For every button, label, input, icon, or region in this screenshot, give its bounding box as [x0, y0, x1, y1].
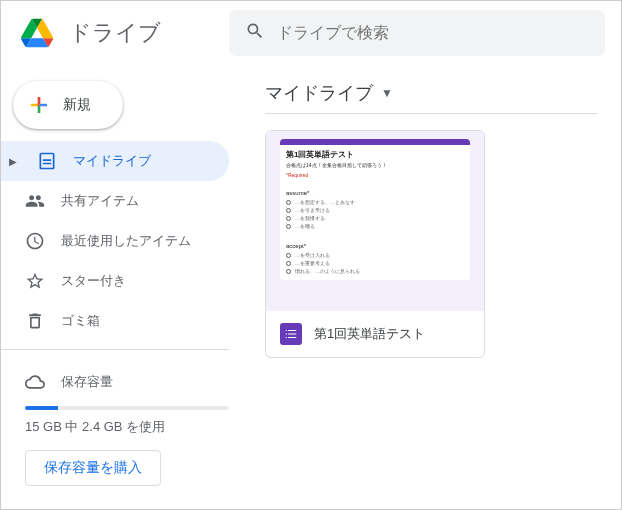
- star-icon: [25, 271, 45, 291]
- sidebar-item-label: 共有アイテム: [61, 192, 139, 210]
- sidebar-item-label: マイドライブ: [73, 152, 151, 170]
- forms-icon: [280, 323, 302, 345]
- form-q1-title: assume*: [286, 190, 464, 196]
- buy-storage-button[interactable]: 保存容量を購入: [25, 450, 161, 486]
- storage-progress-bar: [25, 406, 229, 410]
- clock-icon: [25, 231, 45, 251]
- sidebar-item-trash[interactable]: ゴミ箱: [1, 301, 229, 341]
- file-card[interactable]: 第1回英単語テスト 合格点は14点！全集合格目指して頑張ろう！ *Require…: [265, 130, 485, 358]
- sidebar-item-starred[interactable]: スター付き: [1, 261, 229, 301]
- sidebar-item-recent[interactable]: 最近使用したアイテム: [1, 221, 229, 261]
- drive-logo-icon: [17, 13, 57, 53]
- file-thumbnail: 第1回英単語テスト 合格点は14点！全集合格目指して頑張ろう！ *Require…: [266, 131, 484, 311]
- search-input[interactable]: [277, 24, 589, 42]
- file-footer: 第1回英単語テスト: [266, 311, 484, 357]
- sidebar-divider: [1, 349, 229, 350]
- expand-triangle-icon: ▶: [9, 156, 17, 167]
- file-name: 第1回英単語テスト: [314, 325, 425, 343]
- app-title: ドライブ: [69, 18, 161, 48]
- storage-label: 保存容量: [61, 373, 113, 391]
- folder-title: マイドライブ: [265, 81, 373, 105]
- form-preview-required: *Required: [286, 172, 464, 178]
- trash-icon: [25, 311, 45, 331]
- storage-usage-text: 15 GB 中 2.4 GB を使用: [25, 418, 229, 436]
- storage-section: 保存容量 15 GB 中 2.4 GB を使用 保存容量を購入: [1, 358, 241, 498]
- form-q2-title: accept*: [286, 243, 464, 249]
- app-header: ドライブ: [1, 1, 621, 65]
- new-button[interactable]: 新規: [13, 81, 123, 129]
- sidebar: 新規 ▶ マイドライブ 共有アイテム 最近使用したアイテム スター付: [1, 65, 241, 509]
- content-area: マイドライブ ▼ 第1回英単語テスト 合格点は14点！全集合格目指して頑張ろう！…: [241, 65, 621, 509]
- sidebar-item-storage[interactable]: 保存容量: [13, 362, 229, 402]
- form-preview-title: 第1回英単語テスト: [286, 149, 464, 160]
- form-preview-subtitle: 合格点は14点！全集合格目指して頑張ろう！: [286, 162, 464, 168]
- storage-progress-fill: [25, 406, 58, 410]
- plus-icon: [27, 93, 51, 117]
- sidebar-item-shared[interactable]: 共有アイテム: [1, 181, 229, 221]
- sidebar-item-mydrive[interactable]: ▶ マイドライブ: [1, 141, 229, 181]
- main-layout: 新規 ▶ マイドライブ 共有アイテム 最近使用したアイテム スター付: [1, 65, 621, 509]
- content-header[interactable]: マイドライブ ▼: [265, 73, 597, 114]
- drive-icon: [37, 151, 57, 171]
- sidebar-item-label: 最近使用したアイテム: [61, 232, 191, 250]
- sidebar-item-label: ゴミ箱: [61, 312, 100, 330]
- search-icon: [245, 21, 265, 45]
- people-icon: [25, 191, 45, 211]
- file-grid: 第1回英単語テスト 合格点は14点！全集合格目指して頑張ろう！ *Require…: [265, 130, 597, 358]
- sidebar-item-label: スター付き: [61, 272, 126, 290]
- cloud-icon: [25, 372, 45, 392]
- chevron-down-icon: ▼: [381, 86, 393, 100]
- new-button-label: 新規: [63, 96, 91, 114]
- search-bar[interactable]: [229, 10, 605, 56]
- form-preview: 第1回英単語テスト 合格点は14点！全集合格目指して頑張ろう！ *Require…: [280, 139, 470, 280]
